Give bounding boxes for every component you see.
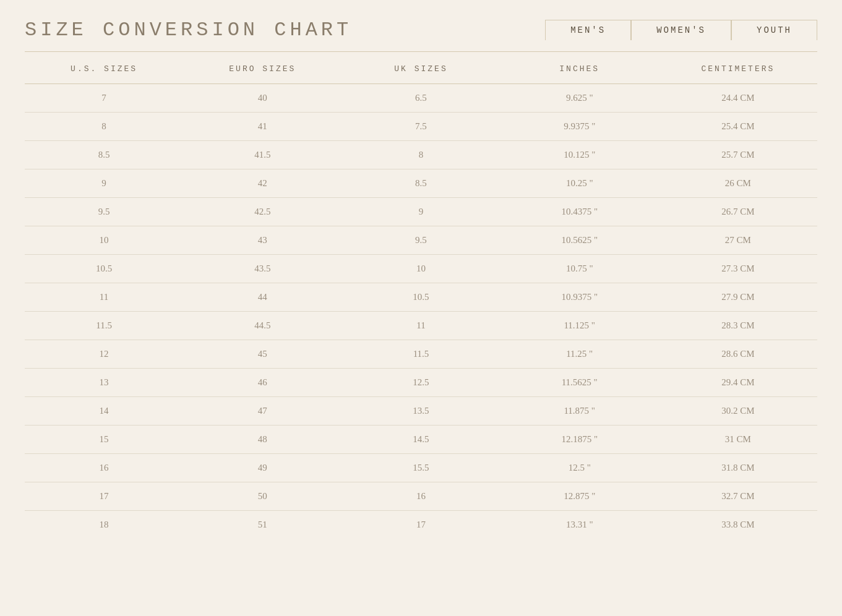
table-row: 154814.512.1875 "31 CM (25, 426, 817, 454)
cell-cm: 31.8 CM (659, 463, 817, 473)
cell-inches: 12.1875 " (500, 434, 659, 445)
cell-us: 8.5 (25, 150, 183, 160)
cell-us: 13 (25, 377, 183, 388)
column-headers: U.S. SIZES EURO SIZES UK SIZES INCHES CE… (25, 52, 817, 84)
cell-cm: 25.7 CM (659, 150, 817, 160)
cell-us: 8 (25, 121, 183, 132)
cell-inches: 10.5625 " (500, 235, 659, 246)
cell-euro: 42 (183, 178, 342, 189)
table-row: 7406.59.625 "24.4 CM (25, 84, 817, 113)
cell-uk: 8.5 (342, 178, 500, 189)
cell-uk: 16 (342, 491, 500, 502)
cell-inches: 10.9375 " (500, 292, 659, 302)
cell-cm: 27.9 CM (659, 292, 817, 302)
cell-inches: 11.5625 " (500, 377, 659, 388)
cell-uk: 9.5 (342, 235, 500, 246)
cell-euro: 50 (183, 491, 342, 502)
cell-euro: 41 (183, 121, 342, 132)
cell-cm: 33.8 CM (659, 520, 817, 530)
cell-inches: 10.25 " (500, 178, 659, 189)
tab-mens[interactable]: MEN'S (545, 20, 631, 40)
cell-inches: 10.75 " (500, 263, 659, 274)
cell-us: 7 (25, 93, 183, 103)
cell-inches: 11.125 " (500, 320, 659, 331)
col-euro-sizes: EURO SIZES (183, 64, 342, 74)
chart-title: SIZE CONVERSION CHART (25, 19, 545, 41)
table-body: 7406.59.625 "24.4 CM8417.59.9375 "25.4 C… (25, 84, 817, 539)
col-centimeters: CENTIMETERS (659, 64, 817, 74)
cell-euro: 51 (183, 520, 342, 530)
cell-cm: 26.7 CM (659, 207, 817, 217)
table-row: 134612.511.5625 "29.4 CM (25, 369, 817, 397)
cell-euro: 41.5 (183, 150, 342, 160)
cell-us: 9 (25, 178, 183, 189)
table-row: 9.542.5910.4375 "26.7 CM (25, 198, 817, 226)
cell-inches: 13.31 " (500, 520, 659, 530)
cell-cm: 28.6 CM (659, 349, 817, 359)
col-uk-sizes: UK SIZES (342, 64, 500, 74)
cell-inches: 10.125 " (500, 150, 659, 160)
cell-uk: 13.5 (342, 406, 500, 416)
cell-us: 10.5 (25, 263, 183, 274)
cell-us: 10 (25, 235, 183, 246)
cell-euro: 44 (183, 292, 342, 302)
cell-uk: 15.5 (342, 463, 500, 473)
cell-cm: 27.3 CM (659, 263, 817, 274)
table-row: 11.544.51111.125 "28.3 CM (25, 312, 817, 340)
cell-inches: 10.4375 " (500, 207, 659, 217)
col-us-sizes: U.S. SIZES (25, 64, 183, 74)
cell-euro: 49 (183, 463, 342, 473)
cell-uk: 11 (342, 320, 500, 331)
cell-uk: 6.5 (342, 93, 500, 103)
cell-us: 11 (25, 292, 183, 302)
cell-euro: 40 (183, 93, 342, 103)
cell-inches: 12.5 " (500, 463, 659, 473)
cell-euro: 43 (183, 235, 342, 246)
cell-us: 18 (25, 520, 183, 530)
cell-inches: 11.875 " (500, 406, 659, 416)
cell-uk: 12.5 (342, 377, 500, 388)
cell-us: 17 (25, 491, 183, 502)
cell-euro: 43.5 (183, 263, 342, 274)
size-table: U.S. SIZES EURO SIZES UK SIZES INCHES CE… (25, 52, 817, 539)
table-row: 8.541.5810.125 "25.7 CM (25, 141, 817, 169)
cell-cm: 27 CM (659, 235, 817, 246)
cell-inches: 9.9375 " (500, 121, 659, 132)
cell-uk: 11.5 (342, 349, 500, 359)
table-row: 124511.511.25 "28.6 CM (25, 340, 817, 369)
cell-cm: 31 CM (659, 434, 817, 445)
cell-inches: 11.25 " (500, 349, 659, 359)
cell-cm: 32.7 CM (659, 491, 817, 502)
table-row: 18511713.31 "33.8 CM (25, 511, 817, 539)
cell-euro: 44.5 (183, 320, 342, 331)
cell-uk: 8 (342, 150, 500, 160)
table-row: 144713.511.875 "30.2 CM (25, 397, 817, 426)
cell-cm: 28.3 CM (659, 320, 817, 331)
cell-uk: 17 (342, 520, 500, 530)
cell-uk: 9 (342, 207, 500, 217)
cell-us: 12 (25, 349, 183, 359)
cell-euro: 42.5 (183, 207, 342, 217)
cell-us: 16 (25, 463, 183, 473)
cell-cm: 25.4 CM (659, 121, 817, 132)
cell-euro: 47 (183, 406, 342, 416)
cell-cm: 29.4 CM (659, 377, 817, 388)
cell-us: 14 (25, 406, 183, 416)
table-row: 10439.510.5625 "27 CM (25, 226, 817, 255)
table-row: 8417.59.9375 "25.4 CM (25, 113, 817, 141)
cell-us: 15 (25, 434, 183, 445)
cell-cm: 24.4 CM (659, 93, 817, 103)
table-row: 17501612.875 "32.7 CM (25, 482, 817, 511)
cell-uk: 14.5 (342, 434, 500, 445)
tab-youth[interactable]: YOUTH (731, 20, 817, 40)
col-inches: INCHES (500, 64, 659, 74)
category-tabs: MEN'S WOMEN'S YOUTH (545, 20, 817, 40)
header-row: SIZE CONVERSION CHART MEN'S WOMEN'S YOUT… (25, 19, 817, 52)
table-row: 164915.512.5 "31.8 CM (25, 454, 817, 482)
cell-euro: 45 (183, 349, 342, 359)
cell-uk: 10.5 (342, 292, 500, 302)
table-row: 114410.510.9375 "27.9 CM (25, 283, 817, 312)
table-row: 10.543.51010.75 "27.3 CM (25, 255, 817, 283)
tab-womens[interactable]: WOMEN'S (631, 20, 731, 40)
cell-uk: 10 (342, 263, 500, 274)
